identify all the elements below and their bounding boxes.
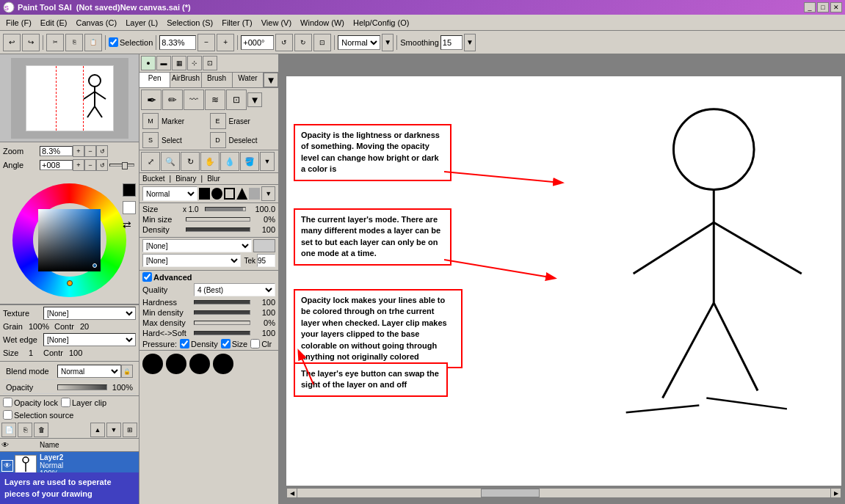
- size-slider[interactable]: [205, 207, 246, 211]
- min-size-slider[interactable]: [186, 217, 250, 222]
- rotate-tool[interactable]: ↻: [181, 152, 200, 171]
- quality-select[interactable]: 4 (Best): [194, 283, 275, 296]
- density-check[interactable]: [180, 339, 189, 348]
- canvas-area[interactable]: Opacity is the lightness or darkness of …: [279, 54, 845, 504]
- close-btn[interactable]: ✕: [830, 2, 842, 12]
- brush-scroll-down[interactable]: ▼: [247, 92, 262, 107]
- eraser-tool[interactable]: E: [210, 113, 226, 129]
- zoom-dec[interactable]: −: [84, 145, 96, 157]
- color-wheel[interactable]: [12, 183, 126, 297]
- tool-expand-btn[interactable]: ▼: [260, 152, 275, 171]
- new-layer-btn[interactable]: 📄: [1, 423, 16, 437]
- smoothing-arrow[interactable]: ▼: [464, 34, 476, 51]
- select-tool[interactable]: S: [142, 132, 159, 148]
- menu-file[interactable]: File (F): [1, 17, 36, 29]
- layer-down-btn[interactable]: ▼: [106, 423, 121, 437]
- opacity-lock-checkbox[interactable]: [3, 398, 12, 407]
- toolbar-copy[interactable]: ⎘: [65, 34, 83, 51]
- menu-window[interactable]: Window (W): [296, 17, 349, 29]
- toolbar-cut[interactable]: ✂: [46, 34, 64, 51]
- menu-filter[interactable]: Filter (T): [217, 17, 257, 29]
- selection-checkbox[interactable]: [109, 37, 118, 47]
- max-density-slider[interactable]: [194, 321, 250, 325]
- copy-layer-btn[interactable]: ⎘: [18, 423, 32, 437]
- merge-layer-btn[interactable]: ⊞: [123, 423, 137, 437]
- h-scroll-left[interactable]: ◀: [287, 489, 297, 497]
- shape-gradient[interactable]: [249, 188, 260, 200]
- shape-circle-filled[interactable]: [199, 188, 210, 200]
- hard-soft-slider[interactable]: [194, 331, 250, 335]
- brush-expand-btn[interactable]: ▼: [264, 73, 278, 87]
- angle-reset[interactable]: ↺: [96, 159, 108, 171]
- zoom-reset[interactable]: ↺: [96, 145, 108, 157]
- toolbar-undo[interactable]: ↩: [3, 34, 21, 51]
- brush-mode-select[interactable]: Normal: [142, 186, 197, 201]
- brush-pencil-icon[interactable]: ✏: [162, 90, 183, 110]
- foreground-color[interactable]: [123, 183, 136, 197]
- angle-inc[interactable]: +: [73, 159, 84, 171]
- shape-circle[interactable]: [211, 188, 222, 200]
- rotation-input[interactable]: [241, 35, 274, 50]
- layer2-eye[interactable]: 👁: [1, 460, 13, 472]
- h-scrollbar-thumb[interactable]: [481, 489, 540, 497]
- blend-lock-btn[interactable]: 🔒: [121, 365, 133, 378]
- menu-canvas[interactable]: Canvas (C): [72, 17, 122, 29]
- zoom-in-btn[interactable]: +: [217, 34, 234, 51]
- fill-tool[interactable]: 🪣: [240, 152, 259, 171]
- brush-type5[interactable]: ⊡: [226, 90, 247, 110]
- preset-1[interactable]: [142, 354, 163, 374]
- swap-colors[interactable]: ⇄: [123, 219, 136, 230]
- layer-item-2[interactable]: 👁 Layer2 Normal 100%: [0, 452, 139, 472]
- min-density-slider[interactable]: [194, 310, 250, 315]
- angle-value-input[interactable]: [40, 160, 73, 170]
- menu-edit[interactable]: Edit (E): [36, 17, 72, 29]
- clr-check[interactable]: [250, 339, 260, 348]
- brush-type3[interactable]: 〰: [184, 90, 204, 110]
- h-scroll-right[interactable]: ▶: [830, 489, 841, 497]
- menu-view[interactable]: View (V): [257, 17, 296, 29]
- opacity-slider[interactable]: [57, 384, 107, 390]
- minimize-btn[interactable]: _: [804, 2, 816, 12]
- transform-tool[interactable]: ⤢: [141, 152, 160, 171]
- shape-square[interactable]: [224, 188, 235, 200]
- toolbar-redo[interactable]: ↪: [22, 34, 40, 51]
- angle-slider[interactable]: [109, 164, 134, 167]
- hsl-btn[interactable]: ▬: [156, 56, 171, 70]
- zoom-input[interactable]: [159, 35, 196, 50]
- swatch-btn[interactable]: ⊡: [203, 56, 217, 70]
- delete-layer-btn[interactable]: 🗑: [34, 423, 48, 437]
- angle-dec[interactable]: −: [84, 159, 96, 171]
- rotate-cw[interactable]: ↻: [294, 34, 312, 51]
- preset-2[interactable]: [166, 354, 186, 374]
- h-scrollbar[interactable]: ▶ ◀: [286, 488, 841, 498]
- size-check[interactable]: [221, 339, 231, 348]
- hardness-slider[interactable]: [194, 300, 250, 304]
- rotate-ccw[interactable]: ↺: [275, 34, 293, 51]
- zoom-tool[interactable]: 🔍: [161, 152, 180, 171]
- hand-tool[interactable]: ✋: [200, 152, 220, 171]
- layer-clip-checkbox[interactable]: [61, 398, 70, 407]
- menu-selection[interactable]: Selection (S): [162, 17, 217, 29]
- wheel-btn[interactable]: ⊹: [187, 56, 202, 70]
- background-color[interactable]: [123, 201, 136, 214]
- selection-source-checkbox[interactable]: [3, 410, 12, 420]
- texture-select[interactable]: [None]: [43, 307, 136, 320]
- zoom-inc[interactable]: +: [73, 145, 84, 157]
- tab-brush[interactable]: Brush: [202, 73, 233, 87]
- blend-mode-select[interactable]: Normal: [338, 35, 380, 50]
- layer-blend-select[interactable]: Normal: [57, 365, 121, 378]
- advanced-checkbox[interactable]: [142, 272, 152, 282]
- deselect-tool[interactable]: D: [210, 132, 226, 148]
- blend-mode-arrow[interactable]: ▼: [382, 34, 394, 51]
- toolbar-paste[interactable]: 📋: [84, 34, 102, 51]
- marker-tool[interactable]: M: [142, 113, 159, 129]
- tab-water[interactable]: Water: [233, 73, 264, 87]
- rgb-btn[interactable]: ▦: [172, 56, 186, 70]
- color-square[interactable]: [38, 209, 101, 271]
- density-slider[interactable]: [186, 227, 250, 232]
- brush-pen-icon[interactable]: ✒: [141, 90, 162, 110]
- brush-type4[interactable]: ≋: [205, 90, 225, 110]
- layer-up-btn[interactable]: ▲: [90, 423, 105, 437]
- zoom-value-input[interactable]: [40, 146, 73, 156]
- wet-edge-select[interactable]: [None]: [43, 333, 136, 346]
